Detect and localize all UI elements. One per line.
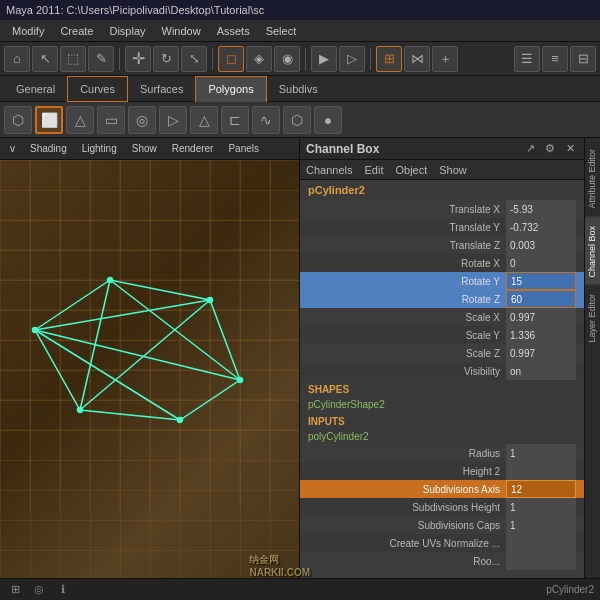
ch-label-height: Height 2 <box>308 466 506 477</box>
vp-renderer[interactable]: Renderer <box>166 143 220 154</box>
ch-menu-channels[interactable]: Channels <box>306 164 352 176</box>
shelf-plane[interactable]: ▭ <box>97 106 125 134</box>
ch-row-scale-y[interactable]: Scale Y 1.336 <box>300 326 584 344</box>
ch-value-translate-y[interactable]: -0.732 <box>506 218 576 236</box>
ch-value-scale-y[interactable]: 1.336 <box>506 326 576 344</box>
ch-label-scale-z: Scale Z <box>308 348 506 359</box>
ch-row-rotate-z[interactable]: Rotate Z 60 <box>300 290 584 308</box>
ch-row-rotate-x[interactable]: Rotate X 0 <box>300 254 584 272</box>
ch-icon-arrow[interactable]: ↗ <box>522 141 538 157</box>
tb-icon-home[interactable]: ⌂ <box>4 46 30 72</box>
viewport-bg[interactable] <box>0 160 299 578</box>
tb-icon-move[interactable]: ✛ <box>125 46 151 72</box>
tab-curves[interactable]: Curves <box>67 76 128 102</box>
ch-value-height[interactable] <box>506 462 576 480</box>
tb-icon-lasso[interactable]: ⬚ <box>60 46 86 72</box>
shape-name[interactable]: pCylinderShape2 <box>300 397 584 412</box>
shelf-prism[interactable]: ▷ <box>159 106 187 134</box>
tb-icon-paint[interactable]: ✎ <box>88 46 114 72</box>
tb-icon-scale[interactable]: ⤡ <box>181 46 207 72</box>
rt-tab-attribute[interactable]: Attribute Editor <box>585 140 601 217</box>
ch-icon-close[interactable]: ✕ <box>562 141 578 157</box>
tb-icon-render[interactable]: ▶ <box>311 46 337 72</box>
ch-row-height[interactable]: Height 2 <box>300 462 584 480</box>
ch-value-scale-x[interactable]: 0.997 <box>506 308 576 326</box>
vp-panels[interactable]: Panels <box>222 143 265 154</box>
tb-icon-subd[interactable]: ◈ <box>246 46 272 72</box>
rt-tab-layer[interactable]: Layer Editor <box>585 285 601 351</box>
status-icon-1[interactable]: ⊞ <box>6 581 24 599</box>
ch-row-uvs[interactable]: Create UVs Normalize ... <box>300 534 584 552</box>
ch-row-translate-z[interactable]: Translate Z 0.003 <box>300 236 584 254</box>
tb-icon-list1[interactable]: ☰ <box>514 46 540 72</box>
ch-value-subdiv-height[interactable]: 1 <box>506 498 576 516</box>
shelf-torus[interactable]: ◎ <box>128 106 156 134</box>
input-name[interactable]: polyCylinder2 <box>300 429 584 444</box>
ch-row-roo[interactable]: Roo... <box>300 552 584 570</box>
shelf-cube[interactable]: ⬡ <box>4 106 32 134</box>
vp-shading[interactable]: Shading <box>24 143 73 154</box>
ch-row-subdiv-height[interactable]: Subdivisions Height 1 <box>300 498 584 516</box>
status-icon-2[interactable]: ◎ <box>30 581 48 599</box>
tb-icon-nurbs[interactable]: ◉ <box>274 46 300 72</box>
tb-icon-poly[interactable]: ◻ <box>218 46 244 72</box>
vp-label-v[interactable]: v <box>4 143 21 154</box>
menu-window[interactable]: Window <box>154 23 209 39</box>
ch-row-scale-x[interactable]: Scale X 0.997 <box>300 308 584 326</box>
ch-row-translate-y[interactable]: Translate Y -0.732 <box>300 218 584 236</box>
ch-value-radius[interactable]: 1 <box>506 444 576 462</box>
rt-tab-channel[interactable]: Channel Box <box>585 217 601 286</box>
tb-icon-list3[interactable]: ⊟ <box>570 46 596 72</box>
tb-icon-grid[interactable]: ⊞ <box>376 46 402 72</box>
tb-icon-select[interactable]: ↖ <box>32 46 58 72</box>
shelf-helix[interactable]: ∿ <box>252 106 280 134</box>
menu-assets[interactable]: Assets <box>209 23 258 39</box>
ch-menu-edit[interactable]: Edit <box>364 164 383 176</box>
tb-icon-list2[interactable]: ≡ <box>542 46 568 72</box>
status-icon-3[interactable]: ℹ <box>54 581 72 599</box>
ch-row-scale-z[interactable]: Scale Z 0.997 <box>300 344 584 362</box>
vp-lighting[interactable]: Lighting <box>76 143 123 154</box>
tab-surfaces[interactable]: Surfaces <box>128 76 195 102</box>
tb-icon-ipr[interactable]: ▷ <box>339 46 365 72</box>
ch-value-rotate-z[interactable]: 60 <box>506 290 576 308</box>
shelf-soccer[interactable]: ⬡ <box>283 106 311 134</box>
ch-row-visibility[interactable]: Visibility on <box>300 362 584 380</box>
ch-value-uvs[interactable] <box>506 534 576 552</box>
ch-value-translate-z[interactable]: 0.003 <box>506 236 576 254</box>
ch-menu-show[interactable]: Show <box>439 164 467 176</box>
vp-show[interactable]: Show <box>126 143 163 154</box>
menu-select[interactable]: Select <box>258 23 305 39</box>
ch-icon-settings[interactable]: ⚙ <box>542 141 558 157</box>
ch-value-rotate-x[interactable]: 0 <box>506 254 576 272</box>
ch-menu-object[interactable]: Object <box>395 164 427 176</box>
ch-value-subdiv-caps[interactable]: 1 <box>506 516 576 534</box>
tab-polygons[interactable]: Polygons <box>195 76 266 102</box>
ch-value-scale-z[interactable]: 0.997 <box>506 344 576 362</box>
ch-value-translate-x[interactable]: -5.93 <box>506 200 576 218</box>
viewport-content <box>0 160 299 578</box>
shelf-pyramid[interactable]: △ <box>190 106 218 134</box>
ch-row-translate-x[interactable]: Translate X -5.93 <box>300 200 584 218</box>
menu-create[interactable]: Create <box>52 23 101 39</box>
ch-row-subdiv-axis[interactable]: Subdivisions Axis 12 <box>300 480 584 498</box>
tb-icon-rotate[interactable]: ↻ <box>153 46 179 72</box>
ch-value-visibility[interactable]: on <box>506 362 576 380</box>
menu-modify[interactable]: Modify <box>4 23 52 39</box>
ch-value-rotate-y[interactable]: 15 <box>506 272 576 290</box>
ch-value-subdiv-axis[interactable]: 12 <box>506 480 576 498</box>
shelf-cone[interactable]: △ <box>66 106 94 134</box>
menu-display[interactable]: Display <box>101 23 153 39</box>
ch-row-subdiv-caps[interactable]: Subdivisions Caps 1 <box>300 516 584 534</box>
tb-icon-plus[interactable]: ＋ <box>432 46 458 72</box>
ch-value-roo[interactable] <box>506 552 576 570</box>
tab-subdivs[interactable]: Subdivs <box>267 76 330 102</box>
ch-row-radius[interactable]: Radius 1 <box>300 444 584 462</box>
ch-row-rotate-y[interactable]: Rotate Y 15 <box>300 272 584 290</box>
shelf-cylinder[interactable]: ⬜ <box>35 106 63 134</box>
shelf-sphere[interactable]: ● <box>314 106 342 134</box>
tb-icon-snap[interactable]: ⋈ <box>404 46 430 72</box>
object-name[interactable]: pCylinder2 <box>300 180 584 200</box>
tab-general[interactable]: General <box>4 76 67 102</box>
shelf-pipe[interactable]: ⊏ <box>221 106 249 134</box>
